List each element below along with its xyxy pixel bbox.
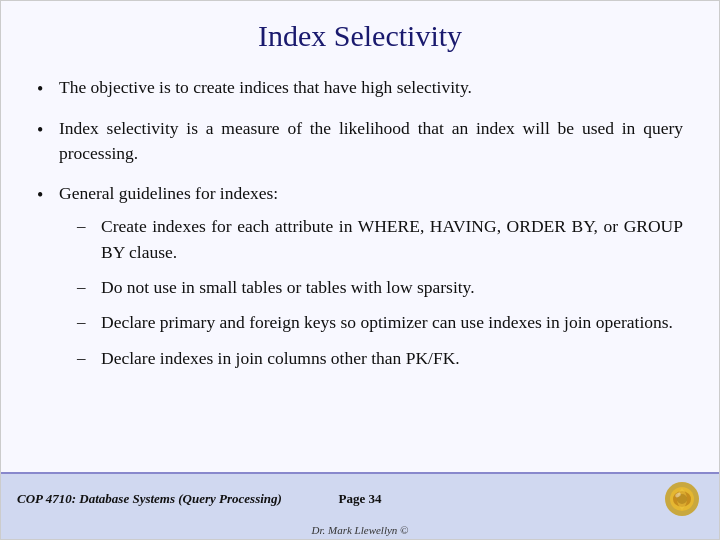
- sub-text: Create indexes for each attribute in WHE…: [101, 214, 683, 265]
- bullet-text: General guidelines for indexes: – Create…: [59, 181, 683, 381]
- sub-marker: –: [77, 275, 101, 300]
- bullet-text: The objective is to create indices that …: [59, 75, 683, 100]
- footer-logo: [661, 480, 703, 518]
- list-item: • General guidelines for indexes: – Crea…: [37, 181, 683, 381]
- bullet-text: Index selectivity is a measure of the li…: [59, 116, 683, 167]
- sub-list-item: – Create indexes for each attribute in W…: [77, 214, 683, 265]
- bullet-list: • The objective is to create indices tha…: [37, 75, 683, 381]
- bullet-marker: •: [37, 182, 59, 208]
- list-item: • The objective is to create indices tha…: [37, 75, 683, 102]
- sub-marker: –: [77, 310, 101, 335]
- footer-author: Dr. Mark Llewellyn ©: [1, 524, 719, 539]
- bullet-marker: •: [37, 117, 59, 143]
- list-item: • Index selectivity is a measure of the …: [37, 116, 683, 167]
- slide-title: Index Selectivity: [37, 19, 683, 53]
- sub-text: Declare primary and foreign keys so opti…: [101, 310, 683, 335]
- bullet-marker: •: [37, 76, 59, 102]
- sub-marker: –: [77, 214, 101, 239]
- slide-content: Index Selectivity • The objective is to …: [1, 1, 719, 472]
- footer-page: Page 34: [339, 491, 382, 507]
- slide: Index Selectivity • The objective is to …: [0, 0, 720, 540]
- sub-text: Do not use in small tables or tables wit…: [101, 275, 683, 300]
- sub-list-item: – Declare primary and foreign keys so op…: [77, 310, 683, 335]
- sub-text: Declare indexes in join columns other th…: [101, 346, 683, 371]
- sub-list: – Create indexes for each attribute in W…: [77, 214, 683, 371]
- logo-icon: [661, 480, 703, 518]
- sub-list-item: – Do not use in small tables or tables w…: [77, 275, 683, 300]
- sub-list-item: – Declare indexes in join columns other …: [77, 346, 683, 371]
- sub-marker: –: [77, 346, 101, 371]
- slide-footer: COP 4710: Database Systems (Query Proces…: [1, 472, 719, 524]
